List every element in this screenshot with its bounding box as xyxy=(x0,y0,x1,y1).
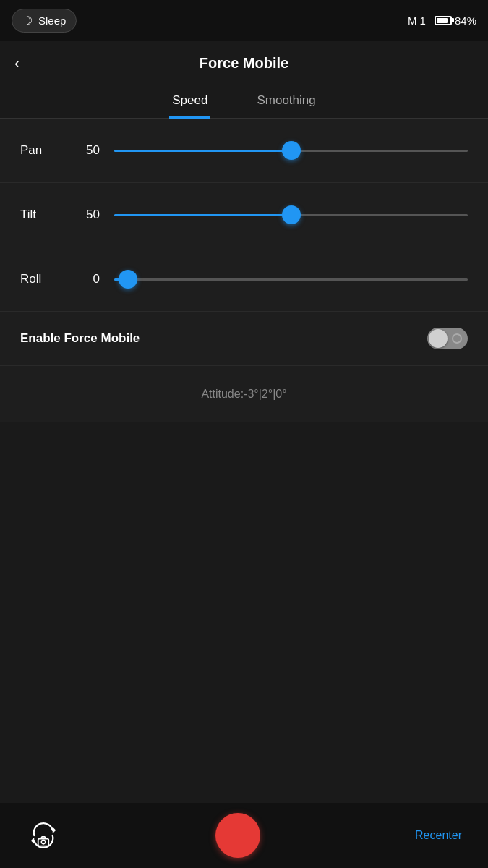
battery-indicator: 84% xyxy=(435,14,476,27)
sleep-button[interactable]: ☽ Sleep xyxy=(12,9,77,33)
camera-rotate-icon xyxy=(29,821,58,850)
signal-label: M 1 xyxy=(408,14,426,27)
battery-percent: 84% xyxy=(455,14,476,27)
tilt-slider-fill xyxy=(114,214,291,216)
tilt-slider-container xyxy=(114,200,468,229)
toggle-row: Enable Force Mobile xyxy=(0,312,488,366)
tilt-row: Tilt 50 xyxy=(0,183,488,247)
moon-icon: ☽ xyxy=(22,14,33,27)
toggle-label: Enable Force Mobile xyxy=(20,331,140,346)
roll-label: Roll xyxy=(20,272,64,286)
bottom-bar: Recenter xyxy=(0,803,488,868)
tab-speed[interactable]: Speed xyxy=(169,86,210,119)
roll-slider-track xyxy=(114,278,468,281)
tilt-label: Tilt xyxy=(20,208,64,222)
camera-rotate-button[interactable] xyxy=(26,818,61,853)
svg-point-3 xyxy=(41,840,45,843)
pan-slider-fill xyxy=(114,150,291,152)
page-title: Force Mobile xyxy=(200,55,288,72)
status-right: M 1 84% xyxy=(408,14,476,27)
toggle-thumb xyxy=(429,329,448,348)
attitude-text: Attitude:-3°|2°|0° xyxy=(201,388,286,401)
tilt-value: 50 xyxy=(78,208,100,222)
header: ‹ Force Mobile xyxy=(0,41,488,86)
record-button[interactable] xyxy=(215,813,260,858)
back-button[interactable]: ‹ xyxy=(14,54,20,73)
pan-slider-track xyxy=(114,150,468,152)
pan-slider-thumb[interactable] xyxy=(282,141,301,160)
tilt-slider-track xyxy=(114,214,468,216)
recenter-button[interactable]: Recenter xyxy=(415,829,462,842)
tilt-slider-thumb[interactable] xyxy=(282,205,301,224)
roll-value: 0 xyxy=(78,272,100,286)
roll-slider-container xyxy=(114,265,468,294)
svg-marker-0 xyxy=(53,827,56,833)
roll-row: Roll 0 xyxy=(0,247,488,312)
enable-force-mobile-toggle[interactable] xyxy=(427,328,468,349)
pan-label: Pan xyxy=(20,143,64,158)
pan-value: 50 xyxy=(78,143,100,158)
roll-slider-thumb[interactable] xyxy=(119,270,137,289)
svg-marker-1 xyxy=(31,838,35,844)
battery-body xyxy=(435,16,452,25)
pan-row: Pan 50 xyxy=(0,119,488,183)
battery-fill xyxy=(437,18,448,23)
pan-slider-container xyxy=(114,136,468,165)
tabs: Speed Smoothing xyxy=(0,86,488,119)
content: Pan 50 Tilt 50 Roll 0 xyxy=(0,119,488,422)
status-bar: ☽ Sleep M 1 84% xyxy=(0,0,488,41)
attitude-row: Attitude:-3°|2°|0° xyxy=(0,366,488,422)
toggle-circle-icon xyxy=(452,333,462,344)
sleep-label: Sleep xyxy=(38,14,66,27)
tab-smoothing[interactable]: Smoothing xyxy=(254,86,318,119)
